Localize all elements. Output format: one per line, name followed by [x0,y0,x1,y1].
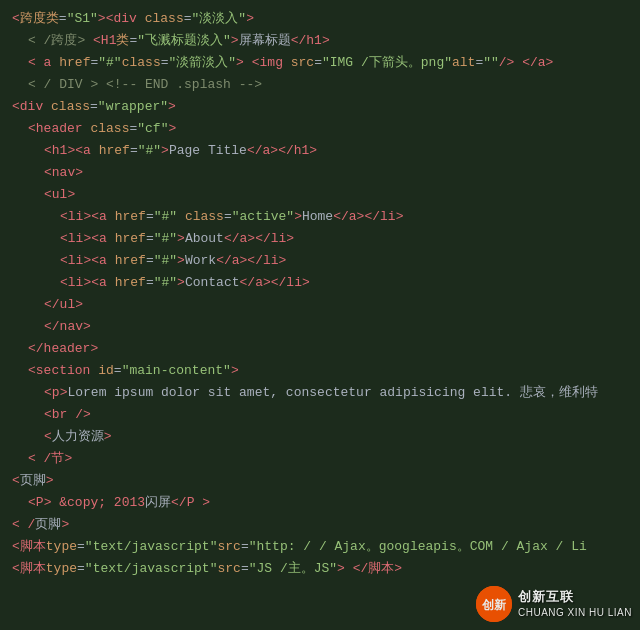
bracket-text: < [60,275,68,290]
bracket-text: < [44,407,52,422]
tag-text: br [52,407,68,422]
attr-value-text: "" [483,55,499,70]
chinese-text: 人力资源 [52,429,104,444]
tag-text: a [255,275,263,290]
tag-text: img [260,55,283,70]
bracket-text: < [60,231,68,246]
tag-text: 脚本 [20,539,46,554]
attr-name-text: type [46,561,77,576]
attr-name-text: class [51,99,90,114]
tag-text: li [263,253,279,268]
attr-name-text: alt [452,55,475,70]
attr-value-text: "#" [154,253,177,268]
equals-text: = [114,363,122,378]
code-line: </nav> [12,316,628,338]
text-content-text [91,143,99,158]
bracket-text: >< [83,253,99,268]
equals-text: = [161,55,169,70]
bracket-text: < [28,55,44,70]
text-content-text [107,209,115,224]
chinese-text: 闪屏 [145,495,171,510]
code-line: < a href="#"class="淡箭淡入"> <img src="IMG … [12,52,628,74]
code-line: < /页脚> [12,514,628,536]
tag-text: li [68,253,84,268]
attr-name-text: href [115,253,146,268]
bracket-text: > [161,143,169,158]
tag-text: header [44,341,91,356]
bracket-text: > [98,11,106,26]
bracket-text: ></ [357,209,380,224]
attr-value-text: "cf" [137,121,168,136]
bracket-text: </ [216,253,232,268]
bracket-text: < [28,121,36,136]
equals-text: = [241,561,249,576]
text-content-text [107,253,115,268]
tag-text: section [36,363,91,378]
bracket-text: </ [333,209,349,224]
tag-text: nav [52,165,75,180]
chinese-text: 页脚 [20,473,46,488]
equals-text: = [146,209,154,224]
code-editor: <跨度类="S1"><div class="淡淡入">< /跨度> <H1类="… [0,0,640,630]
code-line: </ul> [12,294,628,316]
tag-text: li [68,275,84,290]
code-line: < /跨度> <H1类="飞溅标题淡入">屏幕标题</h1> [12,30,628,52]
bracket-text: > [231,363,239,378]
tag-text: 脚本 [368,561,394,576]
bracket-text: </ [291,33,307,48]
tag-text: a [99,275,107,290]
bracket-text: ></ [270,143,293,158]
code-line: <页脚> [12,470,628,492]
tag-text: ul [52,187,68,202]
tag-text: p [52,385,60,400]
code-line: <h1><a href="#">Page Title</a></h1> [12,140,628,162]
bracket-text: > [168,121,176,136]
bracket-text: >< [67,143,83,158]
equals-text: = [59,11,67,26]
code-line: <section id="main-content"> [12,360,628,382]
text-content-text [177,209,185,224]
bracket-text: > [246,11,254,26]
code-line: < /节> [12,448,628,470]
text-content-text [43,99,51,114]
attr-name-text: src [217,539,240,554]
attr-value-text: "淡箭淡入" [169,55,237,70]
text-content-text: Contact [185,275,240,290]
equals-text: = [146,231,154,246]
tag-text: header [36,121,83,136]
equals-text: = [146,253,154,268]
tag-text: H1 [101,33,117,48]
attr-value-text: "#" [98,55,121,70]
bracket-text: </ [247,143,263,158]
equals-text: = [90,99,98,114]
equals-text: = [224,209,232,224]
tag-text: li [380,209,396,224]
bracket-text: < [60,253,68,268]
bracket-text: > [61,517,69,532]
comment-text: < /跨度> [28,33,93,48]
watermark-logo: 创新 [476,586,512,622]
tag-text: a [99,231,107,246]
bracket-text: > [104,429,112,444]
tag-text: div [113,11,136,26]
tag-text: h1 [306,33,322,48]
code-line: <脚本type="text/javascript"src="http: / / … [12,536,628,558]
watermark: 创新 创新互联 CHUANG XIN HU LIAN [476,586,632,622]
attr-name-text: href [115,209,146,224]
bracket-text: ></ [263,275,286,290]
bracket-text: > [286,231,294,246]
code-line: <p>Lorem ipsum dolor sit amet, consectet… [12,382,628,404]
bracket-text: ></ [240,253,263,268]
watermark-line1: 创新互联 [518,589,632,606]
bracket-text: /> </a> [499,55,554,70]
tag-text: h1 [294,143,310,158]
bracket-text: > [75,165,83,180]
code-line: <li><a href="#" class="active">Home</a><… [12,206,628,228]
tag-text: P [36,495,44,510]
bracket-text: > [279,253,287,268]
attr-name-text: class [145,11,184,26]
bracket-text: >< [83,275,99,290]
code-line: <header class="cf"> [12,118,628,140]
attr-value-text: "飞溅标题淡入" [137,33,231,48]
tag-text: a [232,253,240,268]
